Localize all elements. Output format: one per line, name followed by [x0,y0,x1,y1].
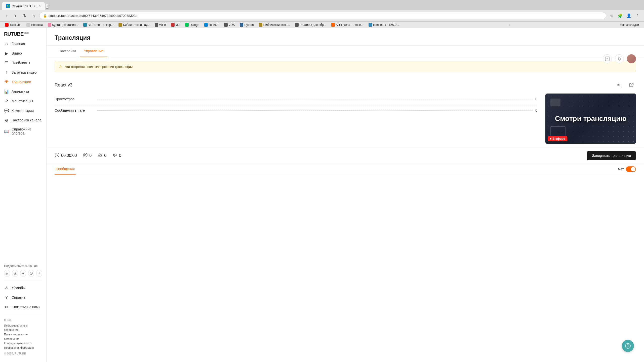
messages-tab[interactable]: Сообщения [55,163,76,175]
notifications-button[interactable] [615,54,624,63]
ok-icon[interactable]: ok [12,270,18,277]
tab-settings[interactable]: Настройки [55,46,80,57]
bookmark-bittorrent[interactable]: BitTorrent трекер... [81,23,115,27]
tab-favicon: R [6,4,10,8]
sidebar-item-monetization[interactable]: ₽ Монетизация [0,96,46,106]
tab-close-button[interactable]: × [38,4,41,8]
bookmarks-more-button[interactable]: » [507,23,513,27]
dislike-icon [112,153,117,159]
warning-icon: ⚠ [59,64,62,69]
support-fab-button[interactable] [622,340,634,352]
bookmark-kurgan[interactable]: Курган | Магазин... [46,23,80,27]
bookmark-lib2[interactable]: Библиотеки самп... [257,23,292,27]
bookmark-yii2[interactable]: yii2 [169,23,182,27]
new-tab-button[interactable]: + [46,4,49,9]
bookmark-plugins[interactable]: Плагины для обр... [293,23,328,27]
bookmark-star-button[interactable]: ☆ [608,12,615,19]
video-icon: ▶ [4,51,9,56]
share-button[interactable] [615,80,624,89]
bookmark-lib1[interactable]: Библиотеки и сау... [116,23,152,27]
bookmark-django[interactable]: Django [183,23,201,27]
social-label: Подписывайтесь на нас [4,264,42,268]
browser-tab[interactable]: R Студия RUTUBE × [2,2,45,10]
bookmark-yii2-label: yii2 [176,23,180,27]
bookmark-youtube-label: YouTube [10,23,21,27]
tab-manage-label: Управление [84,49,104,53]
bookmark-lib1-icon [118,23,122,27]
sidebar-item-playlists[interactable]: ☰ Плейлисты [0,58,46,68]
stream-section: React v3 [47,76,644,148]
bookmark-news[interactable]: Новости [24,23,45,27]
bookmark-web-label: WEB [159,23,166,27]
vk-icon[interactable]: вк [4,270,10,277]
profile-button[interactable]: 👤 [625,12,632,19]
end-stream-button[interactable]: Завершить трансляцию [587,151,636,160]
svg-line-12 [619,84,620,85]
bookmark-react-icon [204,23,208,27]
bookmark-plugins-icon [295,23,299,27]
footer-privacy[interactable]: Конфиденциальность [4,341,42,346]
footer-user-agreement[interactable]: Пользовательское соглашение [4,332,42,341]
bookmark-python[interactable]: Python [238,23,256,27]
viber-icon[interactable]: V [28,270,34,277]
home-button[interactable]: ⌂ [30,12,37,19]
user-avatar[interactable] [627,54,636,63]
sidebar-item-upload[interactable]: ↑ Загрузка видео [0,68,46,77]
sidebar-item-home[interactable]: ⌂ Главная [0,39,46,49]
live-badge: В эфире [548,136,567,141]
sidebar-item-video[interactable]: ▶ Видео [0,49,46,58]
about-label: О нас [4,318,42,323]
bookmark-ali[interactable]: AliExpress — каче... [329,23,366,27]
likes-counter: 0 [98,153,106,159]
like-icon [98,153,103,159]
sidebar-item-streams[interactable]: Трансляции [0,77,46,87]
telegram-icon[interactable] [20,270,26,277]
svg-point-2 [6,81,7,83]
live-dot [550,138,551,140]
sidebar-item-analytics[interactable]: 📊 Аналитика [0,87,46,96]
footer-info-messages[interactable]: Информационные сообщения [4,324,42,332]
stream-content: Просмотров 0 Сообщений в чате 0 [55,94,636,144]
main-content: Трансляция Настройки Управление ⚠ Чат со… [47,28,644,362]
stat-views-dots [97,99,533,99]
sidebar-item-comments[interactable]: 💬 Комментарии [0,106,46,115]
bookmark-react[interactable]: REACT [202,23,221,27]
complaints-icon: ⚠ [4,285,9,290]
bookmark-web[interactable]: WEB [153,23,168,27]
all-bookmarks-button[interactable]: Все закладки [618,23,641,27]
extension-button[interactable]: 🧩 [617,12,624,19]
sidebar-item-channel-settings-label: Настройка канала [12,118,42,122]
sidebar-item-blogger-guide[interactable]: 📖 Справочник блогера [0,125,46,138]
bookmark-news-icon [26,23,30,27]
tab-manage[interactable]: Управление [80,46,108,57]
bookmark-iconfinder[interactable]: Iconfinder - 650,0... [367,23,401,27]
open-external-button[interactable] [627,80,636,89]
refresh-button[interactable]: ↻ [21,12,28,19]
stat-messages-row: Сообщений в чате 0 [55,105,537,116]
bookmark-python-label: Python [244,23,254,27]
menu-button[interactable]: ⋮ [634,12,641,19]
chat-toggle-switch[interactable] [626,166,636,172]
app-logo: RUTUBEStudio [0,28,46,39]
sidebar-item-channel-settings[interactable]: ⚙ Настройка канала [0,115,46,125]
social-section: Подписывайтесь на нас вк ok V + [0,262,46,279]
sidebar-item-help[interactable]: ? Справка [0,293,46,302]
preview-text: Смотри трансляцию [555,114,626,123]
bookmark-vds[interactable]: VDS [222,23,237,27]
footer-legal[interactable]: Правовая информация [4,346,42,350]
bookmark-kurgan-icon [48,23,51,27]
sidebar-item-contact[interactable]: ✉ Связаться с нами [0,302,46,312]
bookmark-youtube[interactable]: YouTube [3,23,23,27]
sidebar-item-complaints[interactable]: ⚠ Жалобы [0,283,46,293]
address-bar[interactable]: 🔒 studio.rutube.ru/stream/f80f6443e87ffe… [39,12,606,19]
sidebar-item-playlists-label: Плейлисты [12,61,30,65]
likes-count-value: 0 [104,153,106,158]
bookmark-youtube-icon [5,23,9,27]
add-social-icon[interactable]: + [36,270,42,277]
stat-views-label: Просмотров [55,97,95,101]
back-button[interactable]: ‹ [3,12,10,19]
forward-button[interactable]: › [12,12,19,19]
bookmark-iconfinder-icon [369,23,372,27]
help-circle-button[interactable]: ? [603,54,612,63]
svg-point-16 [83,153,87,157]
